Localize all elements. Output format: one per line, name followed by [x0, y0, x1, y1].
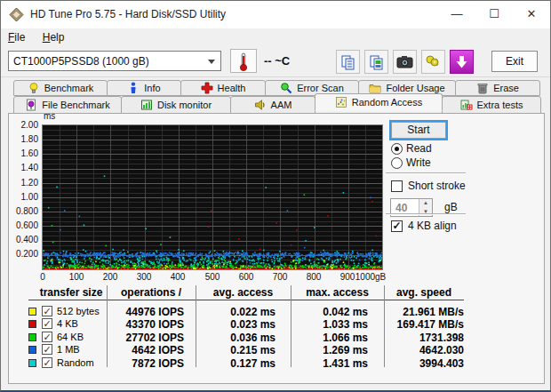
maximize-button[interactable]: ☐	[475, 1, 513, 28]
extra-tests-icon	[460, 99, 473, 111]
x-tick: 300	[137, 272, 152, 282]
tab-label: Health	[218, 83, 246, 93]
series-checkbox[interactable]	[42, 344, 52, 355]
column-divider	[107, 285, 108, 367]
window-title: HD Tune Pro 5.75 - Hard Disk/SSD Utility	[30, 8, 226, 20]
copy-image-button[interactable]	[364, 50, 388, 74]
gb-unit-label: gB	[444, 201, 458, 213]
folder-icon	[369, 82, 381, 94]
close-button[interactable]: ✕	[513, 1, 550, 28]
app-window: HD Tune Pro 5.75 - Hard Disk/SSD Utility…	[0, 0, 551, 392]
x-tick: 700	[273, 272, 288, 282]
y-tick: 0.800	[12, 206, 38, 216]
app-icon	[9, 7, 24, 22]
tab-random-access[interactable]: Random Access	[315, 93, 443, 111]
y-tick: 1.20	[12, 178, 38, 188]
tab-label: Folder Usage	[386, 83, 444, 93]
copy-icon	[340, 54, 356, 70]
operations-value: 4642 IOPS	[107, 344, 196, 356]
drive-select-dropdown[interactable]: CT1000P5PSSD8 (1000 gB)	[8, 51, 221, 71]
random-access-icon	[335, 96, 347, 108]
table-row: 512 bytes 44976 IOPS 0.022 ms 0.042 ms 2…	[9, 306, 546, 318]
transfer-size-label: 64 KB	[57, 332, 84, 342]
tab-extra-tests[interactable]: Extra tests	[442, 96, 541, 114]
lightbulb-icon	[28, 82, 40, 94]
column-divider	[196, 285, 196, 367]
results-table: transfer size operations / avg. access m…	[9, 285, 546, 370]
copy-button[interactable]	[336, 50, 360, 74]
series-checkbox[interactable]	[42, 357, 52, 368]
screenshot-button[interactable]	[393, 50, 417, 74]
col-header: operations /	[107, 286, 196, 299]
series-color-swatch	[28, 320, 36, 328]
x-tick: 400	[171, 272, 186, 282]
random-access-page: ms 2.00 1.80 1.60 1.40 1.20 1.00 0.800 0…	[8, 113, 545, 384]
series-checkbox[interactable]	[42, 332, 52, 342]
menu-file[interactable]: File	[1, 28, 32, 47]
tab-label: Disk monitor	[157, 100, 212, 110]
tab-disk-monitor[interactable]: Disk monitor	[121, 96, 231, 114]
column-divider	[384, 285, 385, 367]
align-row[interactable]: 4 KB align	[391, 220, 457, 232]
copy-image-icon	[369, 54, 385, 70]
keys-button[interactable]	[421, 50, 445, 74]
table-header-row: transfer size operations / avg. access m…	[9, 286, 546, 300]
transfer-size-label: 4 KB	[57, 318, 78, 329]
max-access-value: 1.431 ms	[291, 357, 384, 370]
temperature-button[interactable]	[230, 49, 257, 73]
exit-button[interactable]: Exit	[491, 51, 538, 72]
operations-value: 44976 IOPS	[107, 306, 196, 318]
minimize-button[interactable]: —	[438, 1, 475, 28]
x-tick: 1000gB	[355, 272, 386, 282]
camera-icon	[396, 55, 413, 68]
series-color-swatch	[28, 359, 36, 367]
short-stroke-checkbox[interactable]	[391, 180, 403, 192]
keys-icon	[425, 54, 442, 69]
read-radio-row[interactable]: Read	[391, 142, 432, 155]
menu-bar: File Help	[1, 28, 550, 47]
table-row: 4 KB 43370 IOPS 0.023 ms 1.033 ms 169.41…	[9, 318, 546, 331]
y-tick: 1.40	[12, 163, 38, 172]
write-radio-row[interactable]: Write	[391, 156, 431, 169]
y-tick: 1.00	[12, 192, 38, 202]
tab-label: AAM	[271, 100, 292, 110]
kb-align-checkbox[interactable]	[391, 220, 403, 232]
write-radio[interactable]	[391, 157, 403, 169]
health-cross-icon	[201, 82, 213, 94]
random-access-chart	[42, 124, 383, 270]
download-button[interactable]	[450, 50, 474, 74]
transfer-size-label: Random	[57, 357, 94, 368]
column-divider	[291, 285, 291, 367]
menu-help[interactable]: Help	[36, 28, 72, 47]
tab-row-1: Benchmark Info Health Error Scan Folder …	[13, 80, 539, 96]
tab-label: Extra tests	[477, 100, 523, 110]
read-radio[interactable]	[391, 143, 403, 155]
start-button[interactable]: Start	[389, 120, 448, 140]
tab-file-benchmark[interactable]: File Benchmark	[13, 96, 122, 114]
arrow-up-icon[interactable]: ▲	[419, 199, 432, 208]
operations-value: 43370 IOPS	[107, 318, 196, 331]
tab-health[interactable]: Health	[180, 80, 266, 96]
magnifier-icon	[280, 82, 292, 94]
tab-benchmark[interactable]: Benchmark	[13, 80, 108, 96]
x-tick: 100	[69, 272, 84, 282]
col-header: avg. speed	[384, 286, 464, 299]
y-axis-unit-label: ms	[44, 111, 55, 121]
avg-access-value: 0.023 ms	[196, 318, 291, 331]
download-arrow-icon	[455, 55, 468, 69]
col-header: max. access	[291, 286, 384, 299]
avg-speed-value: 4642.030	[384, 344, 464, 356]
trash-icon	[476, 82, 489, 94]
tab-aam[interactable]: AAM	[230, 96, 315, 114]
series-checkbox[interactable]	[42, 318, 52, 329]
x-tick: 0	[40, 272, 45, 282]
write-radio-label: Write	[406, 156, 431, 169]
tab-row-2: File Benchmark Disk monitor AAM Random A…	[13, 96, 540, 114]
tab-info[interactable]: Info	[107, 80, 181, 96]
tab-erase[interactable]: Erase	[455, 80, 540, 96]
series-checkbox[interactable]	[42, 306, 52, 316]
col-header: avg. access	[196, 286, 291, 299]
short-stroke-row[interactable]: Short stroke	[391, 180, 466, 192]
avg-access-value: 0.215 ms	[196, 344, 291, 356]
info-icon	[127, 82, 140, 94]
